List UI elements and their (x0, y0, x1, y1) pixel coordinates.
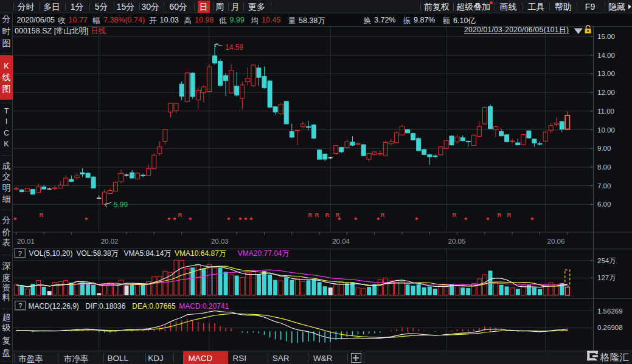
svg-text:5.99: 5.99 (114, 201, 128, 209)
svg-text:VOL(5,10,20): VOL(5,10,20) (29, 249, 72, 258)
svg-text:VMA10:64.87万: VMA10:64.87万 (175, 249, 226, 258)
svg-text:MACD:0.20741: MACD:0.20741 (179, 302, 229, 311)
svg-text:20.04: 20.04 (332, 238, 350, 245)
svg-text:13.00: 13.00 (597, 70, 615, 77)
svg-text:R: R (40, 211, 44, 218)
svg-text:20.05: 20.05 (448, 238, 466, 245)
svg-text:R: R (308, 211, 313, 218)
svg-text:20.03: 20.03 (211, 238, 229, 245)
svg-text:2020/01/03-2020/06/05(101日): 2020/01/03-2020/06/05(101日) (464, 26, 569, 34)
svg-text:DIF:0.18036: DIF:0.18036 (85, 302, 125, 311)
svg-text:VOL:58.38万: VOL:58.38万 (76, 249, 118, 258)
svg-text:R: R (325, 211, 330, 218)
svg-text:R: R (178, 211, 182, 218)
svg-text:127万: 127万 (597, 274, 616, 281)
svg-text:9.00: 9.00 (597, 145, 611, 152)
svg-text:14.59: 14.59 (225, 43, 243, 52)
svg-text:DEA:0.07665: DEA:0.07665 (132, 302, 176, 311)
svg-text:?: ? (18, 302, 22, 309)
svg-text:7.00: 7.00 (597, 182, 611, 190)
svg-text:格隆汇: 格隆汇 (600, 352, 630, 362)
svg-text:R: R (498, 211, 502, 218)
svg-text:0.26908: 0.26908 (597, 324, 623, 331)
svg-text:8.00: 8.00 (597, 163, 611, 171)
svg-text:14.00: 14.00 (597, 52, 615, 59)
svg-text:R: R (453, 211, 457, 218)
svg-text:000158.SZ [常山北明]: 000158.SZ [常山北明] (15, 27, 89, 35)
svg-text:?: ? (18, 250, 22, 257)
svg-text:日线: 日线 (91, 27, 106, 35)
svg-text:1.56269: 1.56269 (597, 307, 623, 315)
svg-text:254万: 254万 (597, 257, 616, 264)
svg-text:20.02: 20.02 (101, 238, 119, 245)
svg-text:20.06: 20.06 (547, 238, 565, 245)
svg-text:VMA20:77.04万: VMA20:77.04万 (238, 249, 290, 258)
svg-text:R: R (315, 211, 319, 218)
svg-text:12.00: 12.00 (597, 89, 615, 96)
svg-text:R: R (336, 211, 340, 218)
svg-text:MACD(12,26,9): MACD(12,26,9) (29, 302, 79, 311)
svg-text:VMA5:84.14万: VMA5:84.14万 (123, 249, 171, 258)
svg-text:10.00: 10.00 (597, 126, 615, 134)
svg-text:15.00: 15.00 (597, 33, 615, 40)
svg-text:R: R (507, 211, 512, 218)
svg-text:11.00: 11.00 (597, 108, 614, 115)
svg-text:R: R (381, 211, 385, 218)
svg-text:6.00: 6.00 (597, 201, 611, 208)
svg-text:20.01: 20.01 (17, 238, 35, 245)
